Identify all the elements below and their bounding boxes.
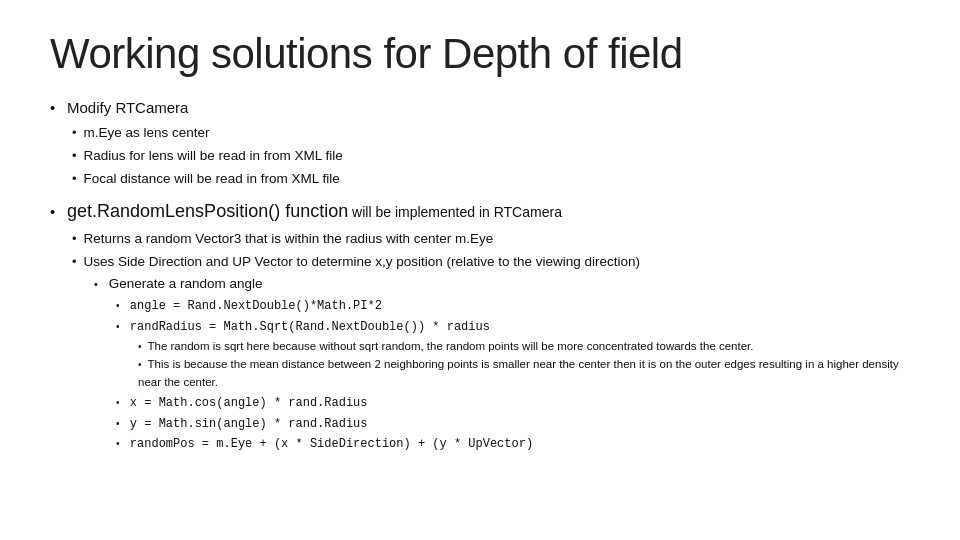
angle-code-0: angle = Rand.NextDouble()*Math.PI*2 — [130, 299, 382, 313]
notes-list: The random is sqrt here because without … — [116, 338, 910, 392]
rtcamera-sublist: m.Eye as lens center Radius for lens wil… — [50, 123, 910, 190]
final-items-list: x = Math.cos(angle) * rand.Radius y = Ma… — [94, 393, 910, 454]
angle-item-0: angle = Rand.NextDouble()*Math.PI*2 — [116, 296, 910, 316]
final-code-0: x = Math.cos(angle) * rand.Radius — [130, 396, 368, 410]
angle-code-list: angle = Rand.NextDouble()*Math.PI*2 rand… — [94, 296, 910, 392]
generate-angle-label: Generate a random angle — [109, 276, 263, 291]
page-title: Working solutions for Depth of field — [50, 30, 910, 78]
angle-item-1: randRadius = Math.Sqrt(Rand.NextDouble()… — [116, 317, 910, 392]
list-item-getrandlens: get.RandomLensPosition() function will b… — [50, 198, 910, 454]
note-0: The random is sqrt here because without … — [138, 338, 910, 356]
final-code-2: randomPos = m.Eye + (x * SideDirection) … — [130, 437, 533, 451]
getrandlens-sub-0: Returns a random Vector3 that is within … — [72, 229, 910, 250]
final-item-2: randomPos = m.Eye + (x * SideDirection) … — [116, 434, 910, 454]
angle-code-1: randRadius = Math.Sqrt(Rand.NextDouble()… — [130, 320, 490, 334]
top-level-list: Modify RTCamera m.Eye as lens center Rad… — [50, 96, 910, 454]
getrandlens-sub-1: Uses Side Direction and UP Vector to det… — [72, 252, 910, 273]
getrandlens-sublist: Returns a random Vector3 that is within … — [50, 229, 910, 273]
rtcamera-sub-2: Focal distance will be read in from XML … — [72, 169, 910, 190]
getrandlens-label: get.RandomLensPosition() function will b… — [67, 203, 562, 220]
final-item-1: y = Math.sin(angle) * rand.Radius — [116, 414, 910, 434]
note-1: This is because the mean distance betwee… — [138, 356, 910, 392]
rtcamera-sub-0: m.Eye as lens center — [72, 123, 910, 144]
level3-list: Generate a random angle angle = Rand.Nex… — [50, 274, 910, 453]
rtcamera-label: Modify RTCamera — [67, 99, 188, 116]
getrandlens-suffix: will be implemented in RTCamera — [348, 204, 562, 220]
list-item-rtcamera: Modify RTCamera m.Eye as lens center Rad… — [50, 96, 910, 190]
getrandlens-prefix: get.RandomLensPosition() function — [67, 201, 348, 221]
generate-angle-item: Generate a random angle angle = Rand.Nex… — [94, 274, 910, 453]
main-content: Modify RTCamera m.Eye as lens center Rad… — [50, 96, 910, 454]
final-code-1: y = Math.sin(angle) * rand.Radius — [130, 417, 368, 431]
final-item-0: x = Math.cos(angle) * rand.Radius — [116, 393, 910, 413]
rtcamera-sub-1: Radius for lens will be read in from XML… — [72, 146, 910, 167]
